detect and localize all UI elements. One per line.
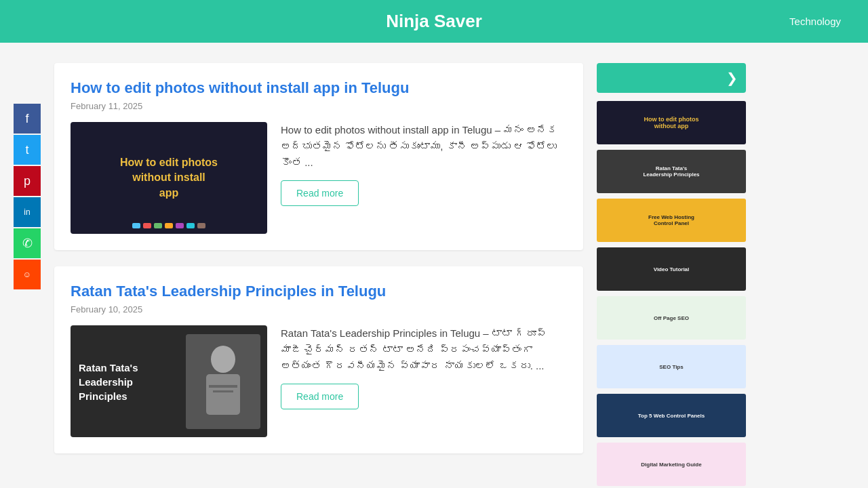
header-nav: Technology <box>789 16 841 27</box>
sidebar-thumb-label: SEO Tips <box>658 363 684 371</box>
person-silhouette <box>199 344 247 419</box>
article-date: February 10, 2025 <box>71 304 567 314</box>
site-title: Ninja Saver <box>386 11 482 32</box>
article-excerpt: How to edit photos without install app i… <box>281 122 567 206</box>
sidebar-thumb-item[interactable]: Ratan Tata'sLeadership Principles <box>597 150 746 193</box>
sidebar-thumb-item[interactable]: Off Page SEO <box>597 296 746 340</box>
read-more-button[interactable]: Read more <box>281 384 359 409</box>
sidebar-thumb-item[interactable]: How to edit photoswithout app <box>597 101 746 144</box>
sidebar-thumb-label: How to edit photoswithout app <box>643 115 701 131</box>
reddit-icon: ☺ <box>23 270 31 279</box>
thumb-ratan-person <box>186 334 260 429</box>
twitter-icon: t <box>25 143 28 157</box>
article-date: February 11, 2025 <box>71 101 567 111</box>
cta-arrow-icon: ❯ <box>726 70 738 86</box>
right-sidebar: ❯ How to edit photoswithout app Ratan Ta… <box>597 63 746 488</box>
article-body: Ratan Tata'sLeadershipPrinciples <box>71 325 567 437</box>
article-card: How to edit photos without install app i… <box>54 63 583 250</box>
thumb-photo-edit-bg: How to edit photoswithout installapp <box>71 122 267 234</box>
article-card: Ratan Tata's Leadership Principles in Te… <box>54 266 583 453</box>
sidebar-thumb-item[interactable]: Top 5 Web Control Panels <box>597 394 746 437</box>
linkedin-share-button[interactable]: in <box>14 197 41 227</box>
thumb-ratan-bg: Ratan Tata'sLeadershipPrinciples <box>71 325 267 437</box>
sidebar-cta-button[interactable]: ❯ <box>597 63 746 93</box>
reddit-share-button[interactable]: ☺ <box>14 260 41 289</box>
twitter-share-button[interactable]: t <box>14 135 41 165</box>
pinterest-share-button[interactable]: p <box>14 166 41 196</box>
sidebar-thumb-label: Ratan Tata'sLeadership Principles <box>642 164 701 179</box>
article-title[interactable]: How to edit photos without install app i… <box>71 79 567 97</box>
pinterest-icon: p <box>24 174 31 188</box>
svg-rect-1 <box>206 374 240 415</box>
social-sidebar: f t p in ✆ ☺ <box>14 104 41 488</box>
site-header: Ninja Saver Technology <box>0 0 868 43</box>
linkedin-icon: in <box>24 207 30 217</box>
svg-rect-2 <box>209 385 237 388</box>
thumb-bottom-icons <box>71 223 267 228</box>
page-wrapper: f t p in ✆ ☺ How to edit photos without … <box>0 43 868 488</box>
article-title[interactable]: Ratan Tata's Leadership Principles in Te… <box>71 283 567 300</box>
sidebar-thumb-item[interactable]: Digital Marketing Guide <box>597 443 746 486</box>
sidebar-thumb-label: Digital Marketing Guide <box>639 460 703 469</box>
svg-rect-3 <box>213 390 233 392</box>
main-content: How to edit photos without install app i… <box>54 63 583 488</box>
sidebar-thumb-item[interactable]: Free Web HostingControl Panel <box>597 199 746 242</box>
sidebar-thumb-item[interactable]: Video Tutorial <box>597 247 746 291</box>
article-excerpt-text: Ratan Tata's Leadership Principles in Te… <box>281 327 547 371</box>
article-excerpt: Ratan Tata's Leadership Principles in Te… <box>281 325 567 409</box>
whatsapp-icon: ✆ <box>22 236 33 251</box>
svg-point-0 <box>211 346 235 373</box>
thumb-photo-edit-text: How to edit photoswithout installapp <box>120 155 218 201</box>
article-thumbnail: Ratan Tata'sLeadershipPrinciples <box>71 325 267 437</box>
sidebar-thumb-item[interactable]: SEO Tips <box>597 345 746 388</box>
article-body: How to edit photoswithout installapp <box>71 122 567 234</box>
sidebar-thumb-label: Off Page SEO <box>652 314 690 323</box>
article-thumbnail: How to edit photoswithout installapp <box>71 122 267 234</box>
nav-technology[interactable]: Technology <box>789 16 841 27</box>
facebook-share-button[interactable]: f <box>14 104 41 134</box>
whatsapp-share-button[interactable]: ✆ <box>14 228 41 258</box>
read-more-button[interactable]: Read more <box>281 180 359 206</box>
thumb-ratan-text: Ratan Tata'sLeadershipPrinciples <box>79 360 160 403</box>
article-excerpt-text: How to edit photos without install app i… <box>281 124 557 168</box>
sidebar-thumb-label: Free Web HostingControl Panel <box>647 213 696 228</box>
sidebar-thumb-label: Video Tutorial <box>652 265 691 274</box>
facebook-icon: f <box>25 112 28 126</box>
sidebar-thumb-label: Top 5 Web Control Panels <box>637 411 706 420</box>
